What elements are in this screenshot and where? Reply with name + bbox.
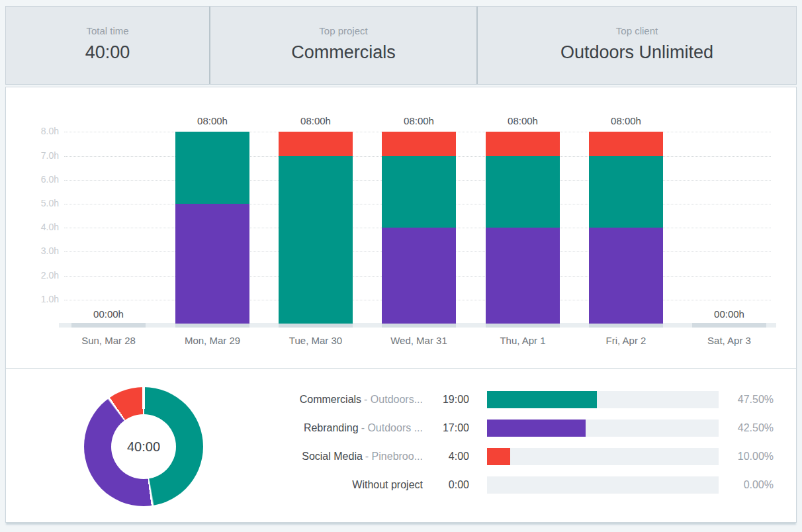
day-baseline-segment: [279, 323, 353, 328]
y-axis-tick: 5.0h: [11, 198, 59, 208]
x-axis-day-label: Fri, Apr 2: [576, 335, 676, 346]
day-baseline-segment: [71, 323, 146, 328]
donut-total-label: 40:00: [127, 439, 160, 455]
y-axis-tick: 1.0h: [11, 294, 59, 304]
client-name: - Outdoors...: [364, 394, 423, 405]
summary-label: Top project: [319, 25, 367, 36]
top-project-value: Commercials: [291, 42, 396, 63]
bar-total-label: 08:00h: [276, 115, 355, 126]
bar-total-label: 08:00h: [483, 115, 562, 126]
x-axis-day-label: Sun, Mar 28: [59, 335, 158, 346]
project-label: Without project: [284, 479, 423, 491]
bar-segment-rebranding[interactable]: [486, 228, 560, 324]
client-name: - Pinebroo...: [365, 451, 423, 462]
project-percent: 42.50%: [719, 422, 774, 434]
bar-total-label: 08:00h: [173, 115, 252, 126]
project-name: Social Media: [302, 451, 363, 462]
x-axis-day-label: Thu, Apr 1: [473, 335, 572, 346]
project-label: Social Media- Pinebroo...: [284, 451, 423, 463]
project-donut-chart[interactable]: 40:00: [84, 387, 203, 506]
bar-total-label: 00:00h: [690, 308, 769, 320]
project-percent: 10.00%: [719, 451, 774, 463]
day-baseline-segment: [692, 323, 766, 328]
bar-segment-rebranding[interactable]: [589, 228, 663, 324]
breakdown-row[interactable]: Social Media- Pinebroo...4:0010.00%: [284, 442, 779, 470]
project-name: Commercials: [300, 394, 361, 405]
x-axis-day-label: Wed, Mar 31: [369, 335, 468, 346]
y-axis-tick: 8.0h: [11, 126, 59, 136]
bar-segment-social-media[interactable]: [279, 132, 353, 156]
project-time: 19:00: [423, 394, 469, 406]
percent-bar-track: [487, 420, 719, 437]
day-baseline-segment: [382, 323, 456, 328]
daily-bar-chart: 8.0h7.0h6.0h5.0h4.0h3.0h2.0h1.0h00:00hSu…: [6, 87, 796, 369]
project-label: Rebranding- Outdoors ...: [284, 422, 423, 434]
y-axis-tick: 4.0h: [11, 222, 59, 232]
project-breakdown-section: 40:00 Commercials- Outdoors...19:0047.50…: [6, 369, 796, 522]
y-axis-tick: 7.0h: [11, 150, 59, 161]
summary-label: Total time: [86, 25, 128, 36]
bar-segment-rebranding[interactable]: [382, 228, 456, 324]
project-percent: 0.00%: [719, 479, 774, 491]
x-axis-day-label: Mon, Mar 29: [163, 335, 262, 346]
project-percent: 47.50%: [719, 394, 774, 406]
project-label: Commercials- Outdoors...: [284, 394, 423, 406]
donut-hole: 40:00: [111, 414, 176, 479]
day-baseline-segment: [486, 323, 560, 328]
percent-bar-fill: [487, 391, 597, 408]
breakdown-row[interactable]: Rebranding- Outdoors ...17:0042.50%: [284, 414, 779, 442]
day-baseline-segment: [175, 323, 249, 328]
summary-label: Top client: [616, 25, 658, 36]
bar-total-label: 08:00h: [379, 115, 459, 126]
project-name: Without project: [352, 479, 423, 490]
bar-segment-social-media[interactable]: [589, 132, 663, 156]
bar-segment-social-media[interactable]: [382, 132, 456, 156]
bar-segment-commercials[interactable]: [382, 156, 456, 228]
project-time: 4:00: [423, 451, 469, 463]
summary-card-top-project: Top project Commercials: [209, 7, 476, 84]
percent-bar-fill: [487, 420, 586, 437]
bar-segment-commercials[interactable]: [589, 156, 663, 228]
project-time: 17:00: [423, 422, 469, 434]
summary-bar: Total time 40:00 Top project Commercials…: [5, 6, 797, 85]
bar-segment-social-media[interactable]: [486, 132, 560, 156]
bar-segment-commercials[interactable]: [175, 132, 249, 204]
x-axis-day-label: Tue, Mar 30: [266, 335, 365, 346]
summary-card-total-time: Total time 40:00: [6, 7, 209, 84]
bar-segment-commercials[interactable]: [486, 156, 560, 228]
percent-bar-fill: [487, 448, 510, 465]
y-axis-tick: 3.0h: [11, 245, 59, 256]
x-axis-day-label: Sat, Apr 3: [680, 335, 779, 346]
bar-segment-rebranding[interactable]: [175, 204, 249, 324]
top-client-value: Outdoors Unlimited: [560, 42, 713, 63]
percent-bar-track: [487, 448, 719, 465]
project-breakdown-list: Commercials- Outdoors...19:0047.50%Rebra…: [284, 385, 779, 499]
y-axis-tick: 6.0h: [11, 174, 59, 185]
day-baseline-segment: [589, 323, 663, 328]
percent-bar-track: [487, 391, 719, 408]
breakdown-row[interactable]: Without project0:000.00%: [284, 470, 779, 499]
summary-card-top-client: Top client Outdoors Unlimited: [476, 7, 796, 84]
bar-total-label: 00:00h: [69, 308, 148, 320]
percent-bar-track: [487, 476, 719, 494]
bar-segment-commercials[interactable]: [279, 156, 353, 324]
client-name: - Outdoors ...: [361, 422, 423, 433]
breakdown-row[interactable]: Commercials- Outdoors...19:0047.50%: [284, 385, 779, 414]
report-card: 8.0h7.0h6.0h5.0h4.0h3.0h2.0h1.0h00:00hSu…: [5, 87, 797, 523]
project-time: 0:00: [423, 479, 469, 491]
bar-total-label: 08:00h: [586, 115, 666, 126]
y-axis-tick: 2.0h: [11, 270, 59, 281]
total-time-value: 40:00: [85, 42, 130, 63]
project-name: Rebranding: [304, 422, 359, 433]
